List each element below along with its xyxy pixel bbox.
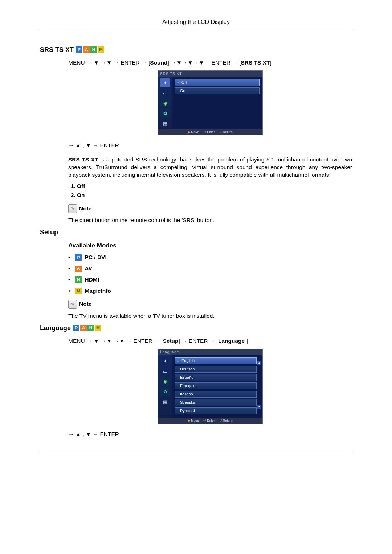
multi-tab-icon[interactable]: ▦ [160,397,170,406]
srs-note-text: The direct button on the remote control … [68,217,352,224]
setup-tab-icon[interactable]: ✿ [160,387,170,396]
language-osd-window: Language ✦ ▭ ◉ ✿ ▦ English Deutsch Españ… [158,349,263,424]
setup-tab-icon[interactable]: ✿ [160,109,170,118]
lang-option-english[interactable]: English [175,357,257,364]
footer-enter: Enter [207,130,215,134]
srs-option-1: Off [77,182,352,190]
srs-option-2-label: On [77,192,85,198]
footer-move: Move [191,419,199,422]
srs-heading-text: SRS TS XT [40,45,74,54]
osd-sidebar: ✦ ▭ ◉ ✿ ▦ [158,77,172,129]
lang-option-italiano[interactable]: Italiano [175,391,257,398]
settings-tab-icon[interactable]: ◉ [160,377,170,386]
mode-badge-a-icon: A [75,266,82,272]
mode-label-magicinfo: MagicInfo [85,287,111,295]
srs-note-row: ✎ Note [68,204,352,213]
mode-label-av: AV [85,265,92,272]
enter-key-icon: ⏎ [203,419,206,422]
path-srs: SRS TS XT [241,59,270,66]
page-header-caption: Adjusting the LCD Display [40,18,352,26]
mode-list-item-h: H HDMI [68,276,352,284]
srs-heading-badges: P A H M [76,46,104,53]
language-osd-figure: Language ✦ ▭ ◉ ✿ ▦ English Deutsch Españ… [68,349,352,424]
footer-return: Return [223,419,233,422]
path-mid: ] → ENTER → [ [179,338,218,344]
setup-heading: Setup [40,228,352,237]
mode-badge-m-icon: M [75,288,82,294]
picture-tab-icon[interactable]: ✦ [160,357,170,365]
badge-m-icon: M [98,46,104,53]
srs-option-2: On [77,192,352,199]
srs-option-list: Off On [68,182,352,199]
osd-footer: ◆Move ⏎Enter ↺Return [158,418,262,423]
badge-p-icon: P [76,46,82,53]
language-heading-text: Language [40,324,71,332]
path-prefix: MENU → ▼ →▼ → ENTER → [ [68,59,150,66]
srs-heading-row: SRS TS XT P A H M [40,45,352,54]
footer-divider [40,451,352,451]
return-arrow-icon: ↺ [219,130,222,134]
scroll-down-icon[interactable]: ▼ [257,405,261,409]
scroll-up-icon[interactable]: ▲ [257,361,261,365]
osd-option-off[interactable]: Off [175,79,260,86]
language-heading-badges: P A H M [73,325,101,331]
language-heading-row: Language P A H M [40,324,352,332]
mode-list: P PC / DVI A AV H HDMI M MagicInfo [68,254,352,295]
osd-option-on[interactable]: On [175,87,260,94]
return-arrow-icon: ↺ [219,419,222,422]
mode-label-pc: PC / DVI [85,254,106,261]
language-menu-path: MENU → ▼ →▼ →▼ → ENTER → [Setup] → ENTER… [68,337,352,345]
srs-note-label: Note [79,205,91,213]
path-lang: Language [218,338,246,344]
badge-a-icon: A [80,325,87,331]
srs-desc-bold: SRS TS XT [68,156,98,163]
move-dot-icon: ◆ [188,130,190,134]
settings-tab-icon[interactable]: ◉ [160,99,170,107]
mode-list-item-p: P PC / DVI [68,254,352,261]
mode-list-item-a: A AV [68,265,352,272]
srs-arrow-line: → ▲ , ▼ → ENTER [68,142,352,149]
header-divider [40,30,352,30]
lang-option-russian[interactable]: Русский [175,407,257,414]
srs-option-1-label: Off [77,183,85,189]
setup-note-row: ✎ Note [68,300,352,309]
lang-option-deutsch[interactable]: Deutsch [175,366,257,373]
path-mid: ] →▼→▼→▼→ ENTER → [ [168,59,241,66]
mode-label-hdmi: HDMI [85,276,99,284]
available-modes-heading: Available Modes [68,242,352,250]
multi-tab-icon[interactable]: ▦ [160,119,170,128]
osd-scrollbar[interactable]: ▲ ▼ [257,361,261,409]
language-osd-title: Language [158,349,262,356]
path-prefix: MENU → ▼ →▼ →▼ → ENTER → [ [68,338,163,344]
osd-footer: ◆Move ⏎Enter ↺Return [158,129,262,135]
move-dot-icon: ◆ [188,419,190,422]
srs-desc-body: is a patented SRS technology that solves… [68,156,352,178]
srs-osd-title: SRS TS XT [158,71,262,77]
mode-badge-p-icon: P [75,254,82,261]
sound-tab-icon[interactable]: ▭ [160,89,170,97]
sound-tab-icon[interactable]: ▭ [160,367,170,376]
picture-tab-icon[interactable]: ✦ [160,78,170,87]
mode-list-item-m: M MagicInfo [68,287,352,295]
setup-note-label: Note [79,300,91,308]
lang-option-francais[interactable]: Français [175,382,257,389]
language-arrow-line: → ▲ , ▼ → ENTER [68,431,352,438]
lang-option-espanol[interactable]: Español [175,374,257,381]
badge-p-icon: P [73,325,79,331]
osd-sidebar: ✦ ▭ ◉ ✿ ▦ [158,355,172,418]
osd-main-panel: English Deutsch Español Français Italian… [172,355,262,418]
srs-menu-path: MENU → ▼ →▼ → ENTER → [Sound] →▼→▼→▼→ EN… [68,59,352,67]
badge-h-icon: H [90,46,97,53]
path-setup: Setup [163,338,178,344]
path-suffix: ] [246,338,248,344]
srs-osd-figure: SRS TS XT ✦ ▭ ◉ ✿ ▦ Off On ◆Move [68,70,352,136]
osd-main-panel: Off On [172,77,262,129]
srs-osd-window: SRS TS XT ✦ ▭ ◉ ✿ ▦ Off On ◆Move [158,70,263,136]
badge-m-icon: M [95,325,101,331]
mode-badge-h-icon: H [75,276,82,283]
path-suffix: ] [270,59,271,66]
lang-option-svenska[interactable]: Svenska [175,399,257,406]
note-icon: ✎ [68,300,77,309]
footer-enter: Enter [207,419,215,422]
badge-h-icon: H [87,325,94,331]
